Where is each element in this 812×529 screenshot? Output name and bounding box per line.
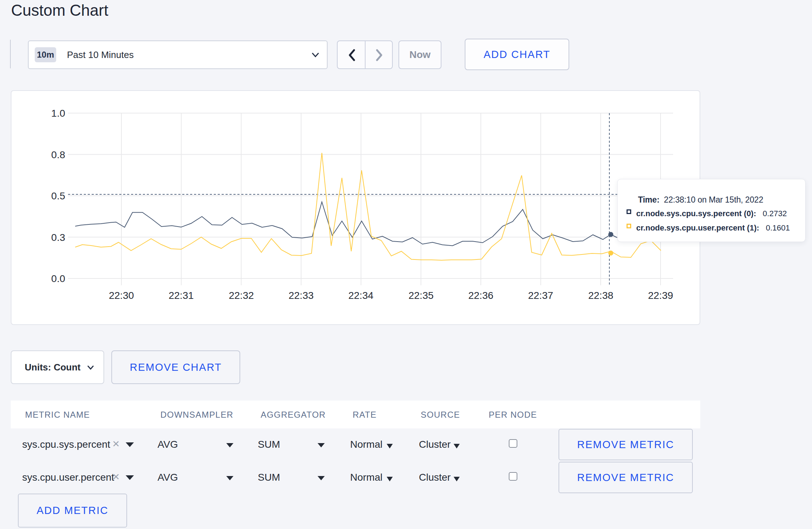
svg-text:22:35: 22:35 <box>409 290 434 301</box>
svg-text:0.5: 0.5 <box>51 190 65 202</box>
svg-text:22:37: 22:37 <box>528 290 553 301</box>
svg-text:0.0: 0.0 <box>51 273 65 284</box>
svg-text:22:30: 22:30 <box>109 290 134 301</box>
svg-text:22:31: 22:31 <box>169 290 194 301</box>
svg-text:22:36: 22:36 <box>468 290 493 301</box>
svg-text:22:38: 22:38 <box>588 290 613 301</box>
svg-text:0.8: 0.8 <box>51 149 65 160</box>
svg-text:22:33: 22:33 <box>289 290 314 301</box>
svg-text:1.0: 1.0 <box>51 108 65 119</box>
svg-text:22:39: 22:39 <box>648 290 673 301</box>
svg-text:22:32: 22:32 <box>229 290 254 301</box>
svg-text:22:34: 22:34 <box>348 290 373 301</box>
svg-text:0.3: 0.3 <box>51 232 65 243</box>
